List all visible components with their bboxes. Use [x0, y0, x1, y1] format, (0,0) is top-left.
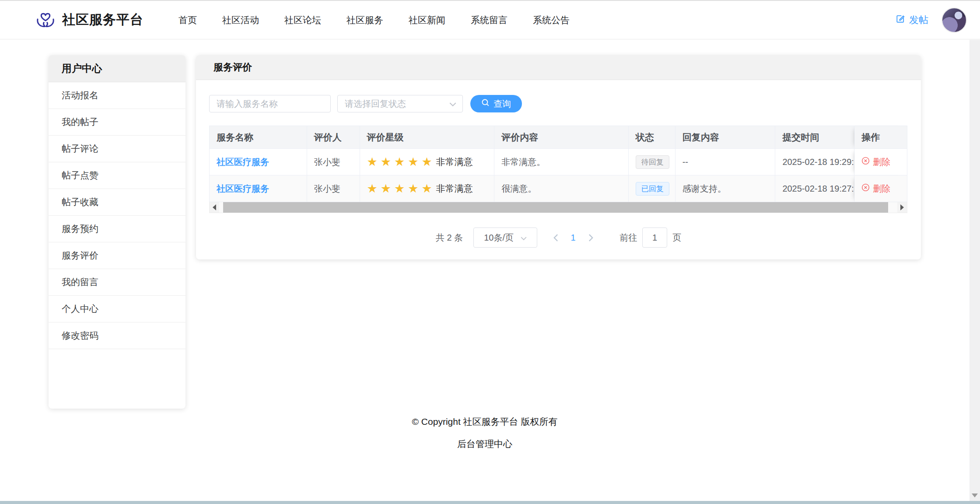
sidebar-item-post-likes[interactable]: 帖子点赞: [49, 162, 186, 189]
nav-item-home[interactable]: 首页: [178, 14, 197, 26]
new-post-label: 发帖: [909, 14, 928, 27]
delete-label: 删除: [873, 183, 890, 195]
table-body: 社区医疗服务 张小斐 ★★★★★ 非常满意 非常满意。 待回复 -- 2025-…: [210, 149, 907, 202]
navbar-right: 发帖: [896, 7, 967, 33]
top-navbar: 社区服务平台 首页 社区活动 社区论坛 社区服务 社区新闻 系统留言 系统公告 …: [0, 1, 980, 39]
review-content-cell: 很满意。: [494, 175, 629, 202]
reply-status-select[interactable]: 请选择回复状态: [337, 95, 463, 112]
total-count-label: 共 2 条: [436, 232, 463, 244]
page-number-1[interactable]: 1: [564, 233, 582, 243]
scroll-left-arrow-icon[interactable]: [210, 202, 219, 213]
reply-content-cell: --: [676, 149, 776, 175]
chevron-down-icon: [449, 99, 456, 109]
star-rating-cell: ★★★★★ 非常满意: [360, 149, 495, 175]
brand[interactable]: 社区服务平台: [35, 9, 144, 32]
star-icons: ★★★★★: [367, 156, 435, 168]
main-nav: 首页 社区活动 社区论坛 社区服务 社区新闻 系统留言 系统公告: [178, 14, 570, 26]
query-button[interactable]: 查询: [470, 95, 522, 112]
window-horizontal-scrollbar[interactable]: [0, 501, 980, 504]
col-review-content: 评价内容: [494, 126, 629, 149]
sidebar-item-activity-signup[interactable]: 活动报名: [49, 82, 186, 109]
copyright-text: © Copyright 社区服务平台 版权所有: [0, 416, 970, 428]
table-row: 社区医疗服务 张小斐 ★★★★★ 非常满意 非常满意。 待回复 -- 2025-…: [210, 149, 907, 175]
submit-time-cell: 2025-02-18 19:27:25: [775, 175, 854, 202]
star-rating-cell: ★★★★★ 非常满意: [360, 175, 495, 202]
col-submit-time: 提交时间: [775, 126, 854, 149]
delete-button[interactable]: 删除: [861, 156, 890, 168]
panel-body: 请选择回复状态 查询 服务名称 评价人 评价星级 评价内容 状态 回复内容 提: [196, 80, 921, 248]
goto-label: 前往: [620, 232, 637, 244]
delete-button[interactable]: 删除: [861, 183, 890, 195]
query-button-label: 查询: [494, 98, 511, 110]
service-link[interactable]: 社区医疗服务: [217, 156, 269, 168]
user-center-sidebar: 用户中心 活动报名 我的帖子 帖子评论 帖子点赞 帖子收藏 服务预约 服务评价 …: [49, 55, 186, 409]
nav-item-forum[interactable]: 社区论坛: [284, 14, 321, 26]
reviewer-cell: 张小斐: [307, 149, 360, 175]
delete-label: 删除: [873, 156, 890, 168]
sidebar-item-service-review[interactable]: 服务评价: [49, 242, 186, 269]
brand-title: 社区服务平台: [62, 11, 144, 29]
table-row: 社区医疗服务 张小斐 ★★★★★ 非常满意 很满意。 已回复 感谢支持。 202…: [210, 175, 907, 202]
nav-item-activities[interactable]: 社区活动: [222, 14, 259, 26]
footer: © Copyright 社区服务平台 版权所有 后台管理中心: [0, 416, 970, 450]
page-size-value: 10条/页: [484, 232, 514, 244]
reviewer-cell: 张小斐: [307, 175, 360, 202]
chevron-left-icon[interactable]: [547, 234, 564, 242]
page-unit-label: 页: [672, 232, 681, 244]
panel-title: 服务评价: [196, 55, 921, 80]
status-badge: 待回复: [636, 155, 669, 169]
avatar[interactable]: [942, 7, 967, 33]
submit-time-cell: 2025-02-18 19:29:00: [775, 149, 854, 175]
sidebar-item-service-booking[interactable]: 服务预约: [49, 216, 186, 242]
chevron-down-icon: [521, 233, 527, 243]
scroll-right-arrow-icon[interactable]: [897, 202, 907, 213]
sidebar-item-profile[interactable]: 个人中心: [49, 296, 186, 322]
nav-item-services[interactable]: 社区服务: [346, 14, 383, 26]
sidebar-item-my-posts[interactable]: 我的帖子: [49, 109, 186, 136]
col-reply-content: 回复内容: [676, 126, 776, 149]
star-rating-label: 非常满意: [436, 156, 473, 168]
sidebar-item-post-favorites[interactable]: 帖子收藏: [49, 189, 186, 216]
sidebar-item-change-password[interactable]: 修改密码: [49, 322, 186, 349]
col-reviewer: 评价人: [307, 126, 360, 149]
scrollbar-track[interactable]: [219, 202, 897, 213]
col-actions: 操作: [854, 126, 907, 149]
circle-close-icon: [861, 157, 870, 167]
scroll-down-arrow-icon[interactable]: [972, 494, 978, 497]
col-star-rating: 评价星级: [360, 126, 495, 149]
col-status: 状态: [629, 126, 676, 149]
chevron-right-icon[interactable]: [582, 234, 599, 242]
service-link[interactable]: 社区医疗服务: [217, 183, 269, 195]
goto-page-input[interactable]: [642, 228, 667, 248]
sidebar-item-my-messages[interactable]: 我的留言: [49, 269, 186, 296]
nav-item-messages[interactable]: 系统留言: [471, 14, 508, 26]
review-table: 服务名称 评价人 评价星级 评价内容 状态 回复内容 提交时间 操作 社区医疗服…: [209, 126, 907, 202]
nav-item-news[interactable]: 社区新闻: [409, 14, 445, 26]
col-service-name: 服务名称: [210, 126, 307, 149]
admin-center-link[interactable]: 后台管理中心: [0, 438, 970, 450]
service-review-panel: 服务评价 请选择回复状态 查询 服务名称 评价人 评价星级 评价: [196, 55, 921, 259]
new-post-link[interactable]: 发帖: [896, 14, 928, 27]
status-badge: 已回复: [636, 182, 669, 196]
search-toolbar: 请选择回复状态 查询: [209, 95, 908, 112]
nav-item-announcements[interactable]: 系统公告: [533, 14, 570, 26]
edit-icon: [896, 14, 905, 26]
circle-close-icon: [861, 183, 870, 194]
table-horizontal-scrollbar[interactable]: [209, 202, 907, 213]
scrollbar-thumb[interactable]: [223, 202, 888, 213]
review-content-cell: 非常满意。: [494, 149, 629, 175]
star-rating-label: 非常满意: [436, 182, 473, 195]
window-vertical-scrollbar[interactable]: [970, 40, 980, 501]
heart-hands-icon: [35, 9, 56, 32]
page-size-select[interactable]: 10条/页: [473, 228, 537, 248]
pagination: 共 2 条 10条/页 1 前往 页: [209, 228, 908, 248]
reply-content-cell: 感谢支持。: [676, 175, 776, 202]
star-icons: ★★★★★: [367, 183, 435, 195]
search-icon: [481, 98, 490, 109]
sidebar-item-post-comments[interactable]: 帖子评论: [49, 136, 186, 162]
reply-status-placeholder: 请选择回复状态: [345, 98, 406, 110]
sidebar-title: 用户中心: [49, 55, 186, 82]
service-name-input[interactable]: [209, 95, 331, 112]
table-header-row: 服务名称 评价人 评价星级 评价内容 状态 回复内容 提交时间 操作: [210, 126, 907, 149]
